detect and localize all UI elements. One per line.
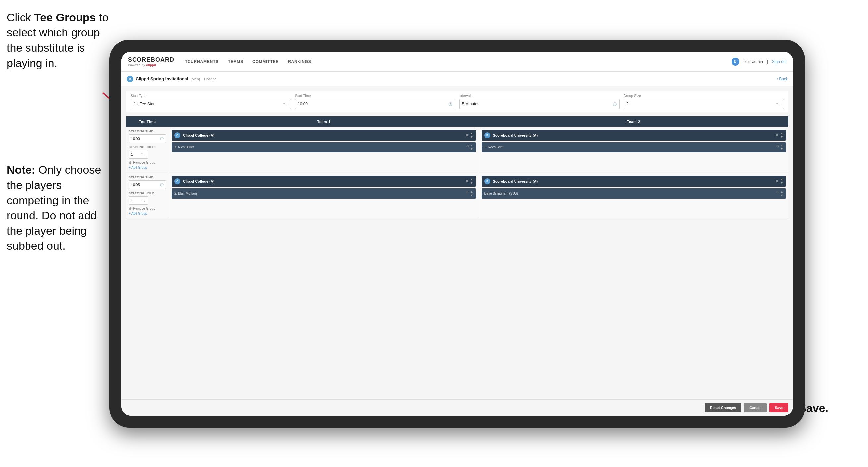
sign-out-link[interactable]: Sign out	[772, 59, 786, 64]
nav-tournaments[interactable]: TOURNAMENTS	[184, 58, 219, 65]
tournament-name: Clippd Spring Invitational	[136, 76, 188, 81]
team1-reorder-icon[interactable]: ▲ ▼	[470, 132, 473, 139]
player-row[interactable]: 1. Rich Butler ✕ ▲ ▼	[172, 142, 476, 152]
team1-name: Clippd College (A)	[183, 179, 214, 183]
main-content: Start Type 1st Tee Start ⌃⌄ Start Time 1…	[121, 86, 793, 399]
starting-hole-label: STARTING HOLE:	[128, 192, 166, 195]
remove-group-button[interactable]: 🗑 Remove Group	[128, 161, 166, 165]
hosting-label: Hosting	[204, 77, 216, 81]
nav-teams[interactable]: TEAMS	[227, 58, 244, 65]
team2-name: Scoreboard University (A)	[493, 133, 538, 137]
group-size-input[interactable]: 2 ⌃⌄	[623, 99, 784, 109]
user-name: blair admin	[743, 59, 763, 64]
player-reorder-icon[interactable]: ▲ ▼	[470, 190, 473, 197]
th-tee-time: Tee Time	[126, 116, 169, 127]
team2-name: Scoreboard University (A)	[493, 179, 538, 183]
team2-card[interactable]: S Scoreboard University (A) ✕ ▲ ▼	[482, 176, 786, 186]
nav-rankings[interactable]: RANKINGS	[287, 58, 312, 65]
start-time-label: Start Time	[295, 94, 455, 98]
player-reorder-icon[interactable]: ▲ ▼	[780, 190, 783, 197]
player-row[interactable]: 1. Rees Britt ✕ ▲ ▼	[482, 142, 786, 152]
tee-time-col: STARTING TIME: 10:00 🕐 STARTING HOLE: 1 …	[126, 127, 169, 172]
nav-committee[interactable]: COMMITTEE	[252, 58, 279, 65]
start-type-input[interactable]: 1st Tee Start ⌃⌄	[130, 99, 291, 109]
team2-reorder-icon[interactable]: ▲ ▼	[780, 178, 783, 185]
group-size-field: Group Size 2 ⌃⌄	[623, 94, 784, 109]
group-size-arrow: ⌃⌄	[776, 103, 781, 106]
nav-links: TOURNAMENTS TEAMS COMMITTEE RANKINGS	[184, 58, 732, 65]
player-row[interactable]: Dave Billingham (SUB) ✕ ▲ ▼	[482, 188, 786, 199]
team2-remove-icon[interactable]: ✕	[775, 133, 778, 137]
team1-col: C Clippd College (A) ✕ ▲ ▼	[169, 127, 479, 172]
tournament-icon: B	[127, 76, 133, 82]
add-group-button[interactable]: + Add Group	[128, 166, 166, 169]
team1-card[interactable]: C Clippd College (A) ✕ ▲ ▼	[172, 176, 476, 186]
config-row: Start Type 1st Tee Start ⌃⌄ Start Time 1…	[126, 91, 788, 112]
start-type-field: Start Type 1st Tee Start ⌃⌄	[130, 94, 291, 109]
group-row: STARTING TIME: 10:00 🕐 STARTING HOLE: 1 …	[126, 127, 788, 172]
logo-powered: Powered by clippd	[128, 63, 174, 67]
team1-reorder-icon[interactable]: ▲ ▼	[470, 178, 473, 185]
team1-remove-icon[interactable]: ✕	[465, 133, 468, 137]
instruction-bold1: Tee Groups	[34, 11, 96, 24]
team1-card[interactable]: C Clippd College (A) ✕ ▲ ▼	[172, 129, 476, 141]
tee-time-col: STARTING TIME: 10:05 🕐 STARTING HOLE: 1 …	[126, 173, 169, 218]
player-name: 1. Rich Butler	[174, 146, 194, 149]
th-team2: Team 2	[479, 116, 788, 127]
team2-reorder-icon[interactable]: ▲ ▼	[780, 132, 783, 139]
team1-remove-icon[interactable]: ✕	[465, 179, 468, 183]
sub-header: B Clippd Spring Invitational (Men) Hosti…	[121, 71, 793, 86]
instruction-part1: Click	[7, 11, 34, 24]
logo-area: SCOREBOARD Powered by clippd	[128, 56, 174, 67]
player-remove-icon[interactable]: ✕	[466, 144, 469, 151]
starting-hole-label: STARTING HOLE:	[128, 146, 166, 149]
team1-col: C Clippd College (A) ✕ ▲ ▼	[169, 173, 479, 218]
trash-icon: 🗑	[128, 161, 132, 165]
save-button[interactable]: Save	[769, 403, 788, 412]
time-input[interactable]: 10:00 🕐	[128, 134, 166, 143]
team2-col: S Scoreboard University (A) ✕ ▲ ▼	[479, 173, 789, 218]
tablet-screen: SCOREBOARD Powered by clippd TOURNAMENTS…	[121, 52, 793, 416]
reset-button[interactable]: Reset Changes	[705, 403, 741, 412]
hole-input[interactable]: 1 ⌃⌄	[128, 150, 148, 159]
note-body: Only choose the players competing in the…	[7, 164, 101, 252]
cancel-button[interactable]: Cancel	[744, 403, 767, 412]
player-remove-icon[interactable]: ✕	[466, 190, 469, 197]
table-header: Tee Time Team 1 Team 2	[126, 116, 788, 127]
logo-scoreboard: SCOREBOARD	[128, 56, 174, 63]
team2-col: S Scoreboard University (A) ✕ ▲ ▼	[479, 127, 789, 172]
intervals-field: Intervals 5 Minutes 🕐	[459, 94, 620, 109]
start-type-label: Start Type	[130, 94, 291, 98]
team2-card[interactable]: S Scoreboard University (A) ✕ ▲ ▼	[482, 129, 786, 141]
intervals-clock-icon: 🕐	[613, 103, 617, 106]
team2-icon: S	[484, 178, 490, 184]
back-button[interactable]: ‹ Back	[777, 77, 788, 81]
trash-icon: 🗑	[128, 207, 132, 210]
teams-col: C Clippd College (A) ✕ ▲ ▼	[169, 173, 788, 218]
group-row: STARTING TIME: 10:05 🕐 STARTING HOLE: 1 …	[126, 173, 788, 218]
tournament-gender: (Men)	[190, 77, 200, 81]
note-label: Note:	[7, 164, 38, 176]
user-avatar: B	[732, 58, 740, 66]
player-reorder-icon[interactable]: ▲ ▼	[780, 144, 783, 151]
start-time-input[interactable]: 10:00 🕐	[295, 99, 455, 109]
add-group-button[interactable]: + Add Group	[128, 212, 166, 215]
player-reorder-icon[interactable]: ▲ ▼	[470, 144, 473, 151]
nav-separator: |	[767, 59, 768, 64]
player-row[interactable]: 2. Blair McHarg ✕ ▲ ▼	[172, 188, 476, 199]
player-remove-icon[interactable]: ✕	[776, 190, 779, 197]
remove-group-button[interactable]: 🗑 Remove Group	[128, 207, 166, 210]
starting-time-label: STARTING TIME:	[128, 176, 166, 179]
player-remove-icon[interactable]: ✕	[776, 144, 779, 151]
team2-remove-icon[interactable]: ✕	[775, 179, 778, 183]
intervals-input[interactable]: 5 Minutes 🕐	[459, 99, 620, 109]
starting-time-label: STARTING TIME:	[128, 129, 166, 133]
start-time-clock-icon: 🕐	[448, 103, 452, 106]
hole-input[interactable]: 1 ⌃⌄	[128, 196, 148, 205]
top-instruction: Click Tee Groups to select which group t…	[7, 10, 109, 71]
action-bar: Reset Changes Cancel Save	[121, 399, 793, 416]
teams-col: C Clippd College (A) ✕ ▲ ▼	[169, 127, 788, 172]
navbar: SCOREBOARD Powered by clippd TOURNAMENTS…	[121, 52, 793, 71]
tee-table: Tee Time Team 1 Team 2 STARTING TIME: 10…	[126, 116, 788, 395]
time-input[interactable]: 10:05 🕐	[128, 180, 166, 189]
